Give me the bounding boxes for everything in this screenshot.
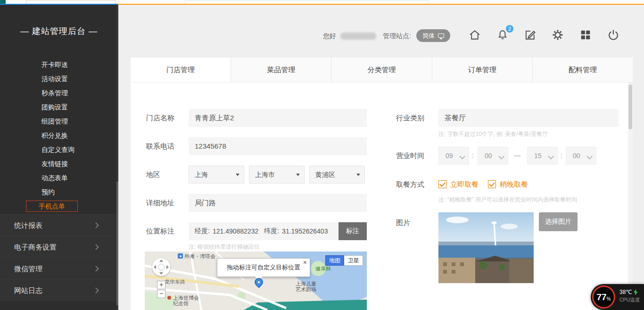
sidebar-item-dongtai[interactable]: 动态表单: [0, 171, 118, 185]
greeting-text: 您好: [323, 32, 336, 41]
user-name-blurred: [340, 33, 376, 40]
sidebar: — 建站管理后台 — 开卡即送 活动设置 秒杀管理 团购设置 组团管理 积分兑换…: [0, 5, 118, 310]
cpu-percent-unit: %: [607, 296, 611, 302]
notifications-bell-icon[interactable]: 2: [496, 28, 509, 42]
home-icon[interactable]: [468, 28, 481, 42]
tooltip-close-icon[interactable]: ×: [303, 259, 307, 266]
sidebar-item-miaosha[interactable]: 秒杀管理: [0, 86, 118, 100]
zoom-out-button[interactable]: −: [157, 290, 165, 298]
longitude-label: 经度:: [195, 227, 210, 235]
manage-site-label: 管理站点:: [383, 32, 411, 41]
sidebar-section-ecommerce[interactable]: 电子商务设置: [0, 236, 118, 258]
chevron-right-icon: [93, 287, 99, 293]
tab-store-management[interactable]: 门店管理: [131, 58, 231, 82]
pan-down-arrow[interactable]: [159, 272, 163, 275]
pickup-later-checkbox[interactable]: [488, 180, 496, 188]
apps-grid-icon[interactable]: [579, 28, 592, 42]
cpu-info: 38℃ CPU温度: [619, 289, 640, 303]
hours-label: 营业时间: [396, 151, 424, 160]
sidebar-item-mobile-order-label: 手机点单: [26, 201, 78, 212]
map-mode-button[interactable]: 地图: [325, 255, 344, 266]
district-select[interactable]: 黄浦区: [309, 166, 365, 184]
pickup-label: 取餐方式: [396, 180, 424, 189]
pickup-later-label[interactable]: 稍晚取餐: [500, 180, 528, 189]
sidebar-item-tuangou[interactable]: 团购设置: [0, 100, 118, 114]
sidebar-item-jifen[interactable]: 积分兑换: [0, 128, 118, 142]
map-label-road: 龙华东路: [165, 279, 185, 285]
location-note: 注: 根据经纬度进行精确定位: [189, 243, 260, 251]
edit-icon[interactable]: [523, 28, 537, 42]
chevron-right-icon: [93, 222, 99, 228]
pickup-now-label[interactable]: 立即取餐: [450, 180, 479, 189]
region-label: 地区: [146, 170, 160, 179]
tab-order-management[interactable]: 订单管理: [432, 58, 533, 82]
close-minute-select[interactable]: 00: [566, 147, 596, 165]
sidebar-item-yuyue[interactable]: 预约: [0, 185, 118, 199]
pan-up-arrow[interactable]: [159, 260, 163, 262]
panel-scrollbar-track: [628, 83, 633, 310]
phone-input[interactable]: 12345678: [189, 137, 367, 155]
language-button[interactable]: 简体: [416, 29, 450, 42]
store-name-input[interactable]: 青青原上草2: [189, 109, 367, 127]
pickup-now-checkbox[interactable]: [438, 180, 446, 188]
image-label: 图片: [396, 218, 410, 227]
chevron-right-icon: [93, 244, 99, 250]
tab-category-management[interactable]: 分类管理: [331, 58, 432, 82]
panel-scrollbar-thumb[interactable]: [628, 84, 632, 129]
mark-location-button[interactable]: 标注: [339, 222, 367, 240]
store-photo-thumbnail: [438, 212, 534, 283]
cpu-usage-gauge: 77 %: [592, 285, 615, 309]
latitude-value: 31.1952626403: [282, 227, 328, 235]
monitor-icon: [438, 34, 444, 38]
pickup-note: 注: “稍晚取餐” 用户可以选择在营业时间内选择取餐时间: [438, 196, 577, 204]
choose-image-button[interactable]: 选择图片: [539, 212, 578, 231]
pan-right-arrow[interactable]: [166, 265, 169, 269]
bell-badge: 2: [506, 25, 513, 33]
sidebar-item-zutuan[interactable]: 组团管理: [0, 114, 118, 128]
cpu-percent-value: 77: [596, 292, 606, 302]
map-type-buttons: 地图 卫星: [325, 255, 363, 266]
section-label: 电子商务设置: [14, 243, 57, 251]
category-note: 注: 字数不超过10个字, 例: 美食/粤菜/茶餐厅: [438, 130, 548, 138]
sidebar-section-stats[interactable]: 统计报表: [0, 214, 118, 236]
zoom-in-button[interactable]: +: [157, 281, 165, 289]
latitude-label: 纬度:: [264, 227, 279, 235]
category-input[interactable]: 茶餐厅: [438, 109, 619, 127]
tab-ingredient-management[interactable]: 配料管理: [533, 58, 633, 82]
satellite-mode-button[interactable]: 卫星: [344, 255, 363, 266]
form-panel: 门店名称 青青原上草2 联系电话 12345678 地区 上海 上海市 黄浦区 …: [131, 83, 628, 310]
browser-strip: [0, 0, 644, 5]
settings-gear-icon[interactable]: [551, 28, 564, 42]
section-label: 网站日志: [14, 286, 42, 294]
close-hour-select[interactable]: 15: [527, 147, 558, 165]
sidebar-item-huodong[interactable]: 活动设置: [0, 72, 118, 86]
open-minute-select[interactable]: 00: [478, 147, 508, 165]
address-input[interactable]: 局门路: [189, 194, 367, 212]
cpu-temperature-label: CPU温度: [619, 297, 640, 303]
longitude-value: 121.490882232: [213, 227, 258, 235]
time-dash: —: [514, 151, 520, 159]
pan-left-arrow[interactable]: [154, 265, 156, 269]
tab-dish-management[interactable]: 菜品管理: [231, 58, 331, 82]
city-select[interactable]: 上海市: [249, 166, 305, 184]
map-pan-control[interactable]: [152, 258, 170, 276]
sidebar-menu: 开卡即送 活动设置 秒杀管理 团购设置 组团管理 积分兑换 自定义查询 友情链接…: [0, 58, 118, 213]
sidebar-scrollbar-thumb[interactable]: [116, 182, 118, 305]
sidebar-section-wechat[interactable]: 微信管理: [0, 258, 118, 279]
location-label: 位置标注: [146, 227, 174, 236]
map-label-mall: 外滩・湾璟会: [184, 253, 215, 259]
sidebar-item-mobile-order[interactable]: 手机点单: [0, 199, 118, 213]
section-label: 微信管理: [14, 265, 42, 273]
green-bolt-icon: [634, 289, 638, 295]
map-canvas[interactable]: 外滩・湾璟会 健康林 龙华东路 上海儿童 艺术剧场 上海世博会 纪念馆 地图 卫…: [145, 251, 367, 310]
sidebar-section-logs[interactable]: 网站日志: [0, 279, 118, 301]
open-hour-select[interactable]: 09: [438, 147, 469, 165]
map-tooltip: 拖动标注可自定义目标位置 ×: [217, 258, 310, 277]
sidebar-item-kaika[interactable]: 开卡即送: [0, 58, 118, 72]
province-select[interactable]: 上海: [189, 166, 244, 184]
sidebar-item-youqing[interactable]: 友情链接: [0, 157, 118, 171]
map-label-memorial: 上海世博会 纪念馆: [173, 295, 199, 306]
sidebar-item-zidingyi[interactable]: 自定义查询: [0, 142, 118, 157]
power-icon[interactable]: [607, 28, 620, 42]
cpu-monitor-widget: 77 % 38℃ CPU温度: [591, 284, 644, 310]
